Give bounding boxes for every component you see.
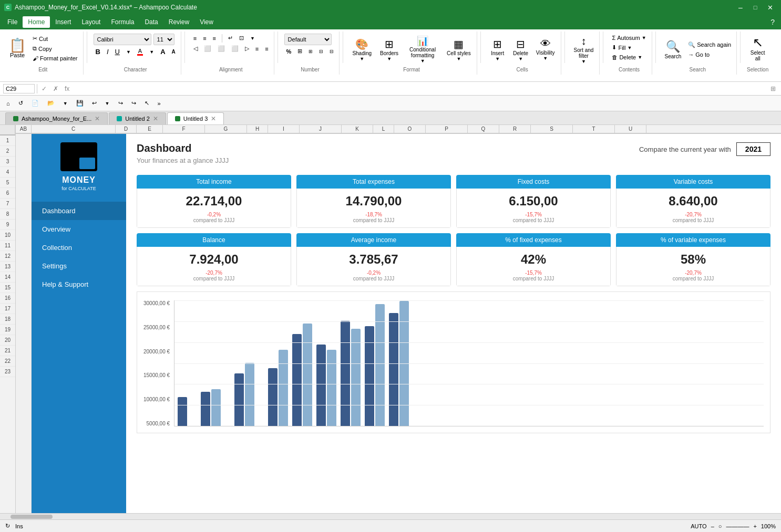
more-btn[interactable]: » [155, 99, 164, 108]
save-btn[interactable]: 💾 [73, 98, 87, 108]
scrollbar-thumb[interactable] [11, 515, 53, 519]
autosum-button[interactable]: Σ Autosum ▼ [610, 34, 648, 42]
formula-input[interactable] [74, 85, 766, 92]
undo-btn[interactable]: ↩ [89, 98, 100, 108]
menu-item-file[interactable]: File [2, 16, 23, 28]
num-format-btn3[interactable]: ⊟ [327, 48, 336, 55]
menu-item-view[interactable]: View [194, 16, 219, 28]
horizontal-scrollbar[interactable] [0, 513, 781, 519]
percent-button[interactable]: % [284, 47, 294, 56]
confirm-icon[interactable]: ✓ [39, 85, 49, 92]
zoom-slider[interactable]: ———— [726, 523, 749, 529]
delete-dropdown[interactable]: ▼ [518, 56, 523, 61]
tab-close-untitled3[interactable]: ✕ [211, 115, 216, 122]
align-top-left-button[interactable]: ≡ [191, 34, 199, 43]
search-button[interactable]: 🔍 Search [662, 34, 684, 65]
cursor-btn[interactable]: ↖ [141, 98, 152, 108]
zoom-out-icon[interactable]: ○ [718, 523, 722, 529]
number-format-select[interactable]: Default [284, 34, 332, 45]
copy-button[interactable]: ⧉ Copy [30, 44, 80, 53]
sort-filter-button[interactable]: ↕ Sort and filter ▼ [571, 34, 597, 66]
font-name-select[interactable]: Calibri [94, 34, 151, 45]
maximize-btn[interactable]: □ [748, 2, 762, 13]
fill-dropdown[interactable]: ▼ [627, 45, 632, 50]
del-dropdown[interactable]: ▼ [638, 55, 642, 60]
nav-help[interactable]: Help & Support [32, 275, 126, 294]
align-right-button[interactable]: ⬜ [229, 44, 241, 53]
redo2-btn[interactable]: ↪ [128, 98, 139, 108]
tab-close-ashampoo[interactable]: ✕ [95, 115, 100, 122]
select-all-button[interactable]: ↖ Select all [747, 34, 768, 63]
shading-button[interactable]: 🎨 Shading ▼ [350, 34, 374, 65]
undo-dropdown2[interactable]: ▼ [102, 99, 113, 108]
num-format-btn2[interactable]: ⊟ [317, 48, 325, 55]
undo-history-btn[interactable]: ↺ [15, 98, 26, 108]
nav-collection[interactable]: Collection [32, 238, 126, 257]
format-painter-button[interactable]: 🖌 Format painter [30, 54, 80, 62]
vis-dropdown[interactable]: ▼ [543, 56, 548, 61]
align-center-button[interactable]: ⬜ [215, 44, 227, 53]
cell-styles-button[interactable]: ▦ Cell styles ▼ [444, 34, 474, 65]
align-extra-button[interactable]: ≡ [263, 45, 270, 53]
delete-contents-button[interactable]: 🗑 Delete ▼ [610, 53, 648, 61]
redo-btn[interactable]: ↪ [115, 98, 126, 108]
fill-button[interactable]: ⬇ Fill ▼ [610, 43, 648, 52]
sort-dropdown[interactable]: ▼ [581, 59, 586, 64]
cs-dropdown[interactable]: ▼ [456, 56, 461, 61]
borders-dropdown[interactable]: ▼ [387, 56, 392, 61]
menu-item-layout[interactable]: Layout [76, 16, 106, 28]
close-btn[interactable]: ✕ [763, 2, 777, 13]
visibility-button[interactable]: 👁 Visibility ▼ [533, 34, 558, 65]
autosum-dropdown[interactable]: ▼ [642, 35, 646, 40]
decrease-font-button[interactable]: A [170, 48, 178, 56]
delete-button[interactable]: ⊟ Delete ▼ [510, 34, 531, 65]
font-size-select[interactable]: 11 [153, 34, 174, 45]
tab-untitled2[interactable]: Untitled 2 ✕ [109, 112, 166, 124]
home-quick-btn[interactable]: ⌂ [3, 99, 13, 108]
new-btn[interactable]: 📄 [28, 98, 42, 108]
cf-dropdown[interactable]: ▼ [420, 58, 425, 64]
nav-overview[interactable]: Overview [32, 220, 126, 238]
tab-close-untitled2[interactable]: ✕ [153, 115, 158, 122]
indent-left-button[interactable]: ◁ [191, 44, 200, 53]
insert-dropdown[interactable]: ▼ [495, 56, 500, 61]
formula-resize-icon[interactable]: ⊞ [768, 85, 778, 92]
comma-button[interactable]: ⊞ [295, 47, 304, 56]
num-format-btn1[interactable]: ⊞ [306, 48, 315, 55]
merge-cells-button[interactable]: ⊡ [237, 34, 246, 43]
font-color-button[interactable]: A [135, 47, 145, 57]
borders-button[interactable]: ⊞ Borders ▼ [377, 34, 401, 65]
nav-settings[interactable]: Settings [32, 257, 126, 275]
merge-dropdown[interactable]: ▼ [248, 35, 257, 42]
search-again-button[interactable]: 🔍 Search again [686, 40, 733, 49]
paste-button[interactable]: 📋 Paste [6, 34, 28, 63]
menu-item-review[interactable]: Review [163, 16, 194, 28]
menu-item-home[interactable]: Home [23, 16, 50, 28]
cell-reference-input[interactable] [3, 84, 35, 93]
align-left-button[interactable]: ⬜ [202, 44, 213, 53]
open-btn[interactable]: 📂 [44, 98, 58, 108]
help-icon[interactable]: ? [766, 18, 779, 26]
function-icon[interactable]: fx [63, 85, 71, 92]
cancel-icon[interactable]: ✗ [51, 85, 60, 92]
increase-font-button[interactable]: A [158, 47, 167, 57]
cut-button[interactable]: ✂ Cut [30, 34, 80, 43]
align-justify-button[interactable]: ≡ [253, 45, 261, 53]
minimize-btn[interactable]: – [734, 2, 747, 13]
shading-dropdown[interactable]: ▼ [359, 56, 364, 61]
menu-item-data[interactable]: Data [139, 16, 163, 28]
insert-button[interactable]: ⊞ Insert ▼ [487, 34, 508, 65]
status-refresh-icon[interactable]: ↻ [5, 523, 10, 529]
underline-button[interactable]: U [113, 47, 122, 57]
tab-untitled3[interactable]: Untitled 3 ✕ [167, 112, 224, 124]
bold-button[interactable]: B [94, 47, 102, 57]
open-dropdown[interactable]: ▼ [60, 99, 71, 108]
indent-right-button[interactable]: ▷ [243, 44, 251, 53]
menu-item-formula[interactable]: Formula [106, 16, 139, 28]
zoom-in-icon[interactable]: + [753, 523, 756, 529]
font-color-dropdown[interactable]: ▼ [147, 48, 156, 56]
underline-dropdown[interactable]: ▼ [124, 48, 133, 56]
wrap-text-button[interactable]: ↵ [226, 34, 235, 43]
sheet-scroll-area[interactable]: AB C D E F G H I J K L O P Q R S T U [16, 125, 781, 519]
align-top-center-button[interactable]: ≡ [201, 34, 208, 43]
